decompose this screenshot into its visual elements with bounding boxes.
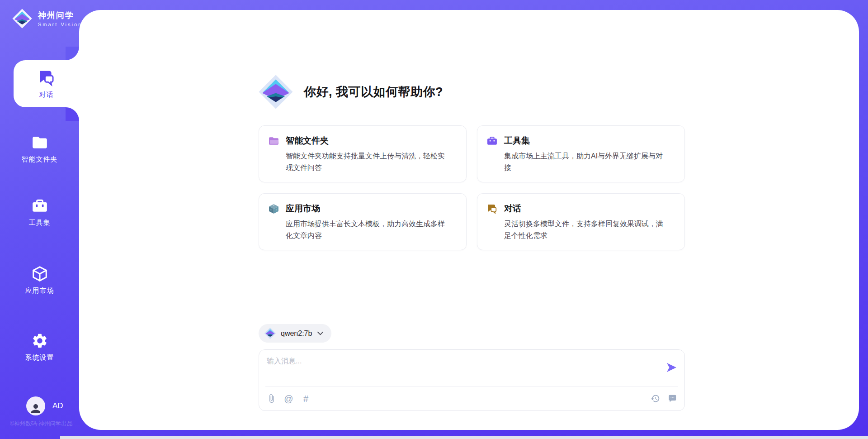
cube-icon <box>31 265 48 282</box>
model-selector[interactable]: qwen2:7b <box>259 324 331 343</box>
card-toolset[interactable]: 工具集 集成市场上主流工具，助力AI与外界无缝扩展与对接 <box>477 125 685 182</box>
folder-icon <box>31 134 48 151</box>
paperclip-icon[interactable] <box>267 394 276 403</box>
card-description: 灵活切换多模型文件，支持多样回复效果调试，满足个性化需求 <box>504 218 668 242</box>
message-input[interactable] <box>259 350 684 385</box>
sidebar-item-settings[interactable]: 系统设置 <box>0 332 79 362</box>
app-root: 神州问学 Smart Vision 对话 智能文件夹 工具集 应用 <box>0 0 868 439</box>
toolbox-icon <box>31 197 48 215</box>
diamond-logo-icon <box>12 8 33 29</box>
at-sign-icon[interactable]: @ <box>284 394 293 403</box>
person-icon <box>29 402 42 415</box>
pixel-cube-icon <box>268 203 279 215</box>
brand-logo: 神州问学 Smart Vision <box>12 8 82 29</box>
history-icon[interactable] <box>651 394 660 403</box>
tab-fillet-bottom <box>66 107 79 121</box>
composer-toolbar: @ # <box>267 387 677 410</box>
message-composer: @ # <box>259 349 685 411</box>
card-description: 集成市场上主流工具，助力AI与外界无缝扩展与对接 <box>504 150 668 174</box>
card-app-market[interactable]: 应用市场 应用市场提供丰富长文本模板，助力高效生成多样化文章内容 <box>259 193 467 250</box>
chevron-down-icon <box>317 331 323 335</box>
user-initials: AD <box>52 401 63 410</box>
sidebar-item-label: 智能文件夹 <box>22 155 58 164</box>
send-button[interactable] <box>665 362 677 373</box>
greeting-block: 你好, 我可以如何帮助你? <box>258 74 443 110</box>
greeting-title: 你好, 我可以如何帮助你? <box>304 84 443 100</box>
model-name: qwen2:7b <box>281 329 312 338</box>
sidebar-item-chat[interactable]: 对话 <box>14 60 79 107</box>
card-title: 智能文件夹 <box>286 135 329 147</box>
brand-name: 神州问学 <box>38 10 82 21</box>
copyright-text: ©神州数码·神州问学出品 <box>10 420 72 428</box>
chat-icon <box>38 69 56 87</box>
toolbox-icon <box>486 135 498 147</box>
feature-cards: 智能文件夹 智能文件夹功能支持批量文件上传与清洗，轻松实现文件问答 工具集 集成… <box>259 125 685 250</box>
avatar <box>26 396 45 415</box>
send-arrow-icon <box>665 362 677 373</box>
gear-icon <box>31 332 48 349</box>
horizontal-scrollbar[interactable] <box>60 436 868 439</box>
sidebar-item-label: 对话 <box>39 91 54 99</box>
hash-icon[interactable]: # <box>301 394 311 403</box>
sidebar-item-toolset[interactable]: 工具集 <box>0 197 79 227</box>
diamond-logo-icon <box>264 327 276 339</box>
card-chat[interactable]: 对话 灵活切换多模型文件，支持多样回复效果调试，满足个性化需求 <box>477 193 685 250</box>
chat-bubble-icon[interactable] <box>667 394 677 403</box>
tab-fillet-top <box>66 47 79 60</box>
sidebar-item-label: 系统设置 <box>25 353 54 362</box>
sidebar-item-smart-folder[interactable]: 智能文件夹 <box>0 134 79 164</box>
sidebar-item-label: 工具集 <box>29 219 51 227</box>
card-smart-folder[interactable]: 智能文件夹 智能文件夹功能支持批量文件上传与清洗，轻松实现文件问答 <box>259 125 467 182</box>
card-description: 智能文件夹功能支持批量文件上传与清洗，轻松实现文件问答 <box>286 150 449 174</box>
card-title: 工具集 <box>504 135 530 147</box>
sidebar-item-label: 应用市场 <box>25 286 54 295</box>
folder-open-icon <box>268 135 279 147</box>
diamond-logo-icon <box>258 74 294 110</box>
brand-subtitle: Smart Vision <box>38 22 82 27</box>
card-title: 应用市场 <box>286 203 320 215</box>
sidebar-item-app-market[interactable]: 应用市场 <box>0 265 79 295</box>
user-profile[interactable]: AD <box>26 396 63 415</box>
chat-icon <box>486 203 498 215</box>
card-title: 对话 <box>504 203 521 215</box>
card-description: 应用市场提供丰富长文本模板，助力高效生成多样化文章内容 <box>286 218 449 242</box>
